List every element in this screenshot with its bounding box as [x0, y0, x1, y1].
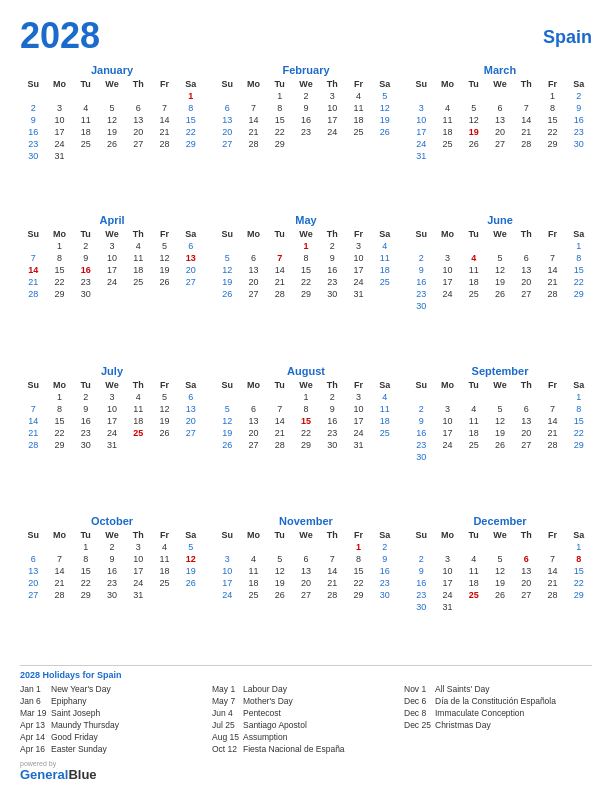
holiday-item: Dec 8Immaculate Conception — [404, 708, 592, 718]
cal-day: 1 — [566, 541, 592, 553]
cal-day: 10 — [99, 252, 125, 264]
weekday-header: Tu — [73, 529, 99, 541]
cal-day: 8 — [178, 102, 204, 114]
holiday-date: Jul 25 — [212, 720, 240, 730]
cal-day: 13 — [487, 114, 513, 126]
cal-day: 6 — [487, 102, 513, 114]
holiday-item: Apr 14Good Friday — [20, 732, 208, 742]
cal-day: 24 — [125, 577, 151, 589]
cal-day: 24 — [99, 276, 125, 288]
cal-day: 17 — [46, 126, 72, 138]
cal-day — [151, 589, 177, 601]
month-block-february: FebruarySuMoTuWeThFrSa123456789101112131… — [214, 64, 398, 208]
cal-day: 12 — [487, 415, 513, 427]
cal-day — [513, 90, 539, 102]
cal-day: 14 — [20, 264, 46, 276]
cal-day: 8 — [46, 252, 72, 264]
cal-day — [20, 240, 46, 252]
cal-day: 30 — [566, 138, 592, 150]
cal-day: 13 — [214, 114, 240, 126]
cal-day: 12 — [214, 264, 240, 276]
cal-day: 29 — [566, 589, 592, 601]
cal-day: 16 — [99, 565, 125, 577]
cal-day: 10 — [125, 553, 151, 565]
holiday-date: May 1 — [212, 684, 240, 694]
cal-day: 25 — [345, 126, 371, 138]
cal-day: 8 — [267, 102, 293, 114]
weekday-header: We — [99, 529, 125, 541]
cal-day: 13 — [20, 565, 46, 577]
weekday-header: Tu — [267, 78, 293, 90]
cal-day: 7 — [46, 553, 72, 565]
month-block-october: OctoberSuMoTuWeThFrSa1234567891011121314… — [20, 515, 204, 659]
cal-day: 6 — [513, 403, 539, 415]
holiday-name: Good Friday — [51, 732, 98, 742]
cal-day: 14 — [20, 415, 46, 427]
weekday-header: Tu — [461, 228, 487, 240]
weekday-header: Th — [319, 529, 345, 541]
cal-day — [513, 240, 539, 252]
cal-day — [267, 391, 293, 403]
cal-day: 7 — [240, 102, 266, 114]
holiday-date: Jan 1 — [20, 684, 48, 694]
cal-day: 12 — [99, 114, 125, 126]
cal-day: 8 — [73, 553, 99, 565]
cal-day: 8 — [46, 403, 72, 415]
cal-day: 1 — [293, 391, 319, 403]
month-block-january: JanuarySuMoTuWeThFrSa1234567891011121314… — [20, 64, 204, 208]
cal-day: 9 — [293, 102, 319, 114]
weekday-header: Mo — [46, 529, 72, 541]
cal-day: 30 — [20, 150, 46, 162]
cal-day: 15 — [566, 264, 592, 276]
cal-day: 15 — [46, 264, 72, 276]
cal-day: 8 — [566, 252, 592, 264]
cal-day — [487, 240, 513, 252]
holidays-section: 2028 Holidays for Spain Jan 1New Year's … — [20, 670, 592, 756]
cal-day: 1 — [293, 240, 319, 252]
holiday-date: Nov 1 — [404, 684, 432, 694]
cal-day: 22 — [73, 577, 99, 589]
cal-day: 25 — [73, 138, 99, 150]
cal-day: 4 — [151, 541, 177, 553]
weekday-header: Mo — [240, 379, 266, 391]
cal-day — [125, 90, 151, 102]
cal-day: 28 — [46, 589, 72, 601]
cal-day: 30 — [319, 439, 345, 451]
weekday-header: Th — [319, 379, 345, 391]
cal-day: 13 — [240, 415, 266, 427]
cal-day: 18 — [461, 577, 487, 589]
cal-day — [513, 541, 539, 553]
cal-day: 24 — [99, 427, 125, 439]
cal-day: 22 — [539, 126, 565, 138]
cal-day — [487, 541, 513, 553]
cal-day — [125, 439, 151, 451]
cal-day: 25 — [151, 577, 177, 589]
cal-day — [487, 451, 513, 463]
cal-day: 12 — [372, 102, 398, 114]
cal-day: 21 — [20, 276, 46, 288]
cal-day: 1 — [345, 541, 371, 553]
cal-day: 6 — [125, 102, 151, 114]
cal-day: 19 — [99, 126, 125, 138]
cal-day — [461, 451, 487, 463]
cal-day: 21 — [46, 577, 72, 589]
month-name: November — [214, 515, 398, 527]
cal-day: 2 — [566, 90, 592, 102]
cal-day: 5 — [151, 391, 177, 403]
cal-day: 7 — [20, 252, 46, 264]
cal-day — [99, 288, 125, 300]
cal-day: 17 — [345, 415, 371, 427]
cal-day: 28 — [539, 439, 565, 451]
cal-day: 15 — [293, 264, 319, 276]
cal-day: 4 — [125, 391, 151, 403]
cal-day: 16 — [372, 565, 398, 577]
weekday-header: Sa — [178, 379, 204, 391]
cal-day — [73, 150, 99, 162]
cal-day: 27 — [513, 589, 539, 601]
cal-day: 5 — [99, 102, 125, 114]
cal-day: 30 — [99, 589, 125, 601]
cal-day: 28 — [20, 439, 46, 451]
cal-day: 25 — [372, 427, 398, 439]
cal-day: 16 — [73, 415, 99, 427]
holiday-date: Dec 8 — [404, 708, 432, 718]
